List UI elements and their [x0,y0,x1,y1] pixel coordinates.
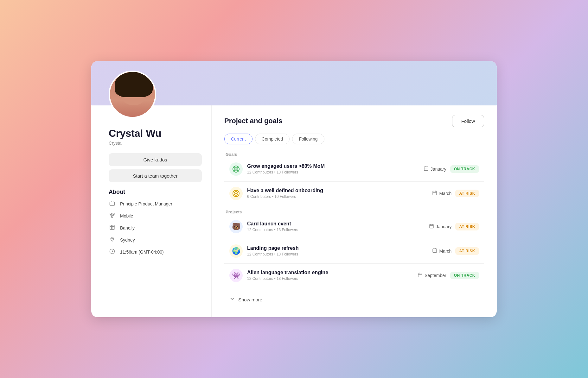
about-item-org: Mobile [109,212,202,219]
project-row-3[interactable]: 👾 Alien language translation engine 12 C… [224,264,484,287]
chevron-down-icon [229,296,235,303]
project-2-meta: 12 Contributors • 13 Followers [247,252,432,256]
svg-rect-29 [430,224,433,228]
briefcase-icon [109,200,116,207]
about-item-company: Banc.ly [109,224,202,231]
goal-1-date-label: January [431,167,446,172]
give-kudos-button[interactable]: Give kudos [109,153,202,166]
goal-2-right: March AT RISK [432,190,479,197]
section-header: Project and goals Follow [224,115,484,127]
clock-icon [109,249,116,255]
tab-current[interactable]: Current [224,134,252,144]
profile-card: Crystal Wu Crystal Give kudos Start a te… [91,61,497,317]
svg-rect-0 [110,202,115,205]
divider-2 [224,239,484,239]
section-title: Project and goals [224,117,282,125]
avatar [109,71,156,118]
follow-button[interactable]: Follow [452,115,484,127]
card-body: Crystal Wu Crystal Give kudos Start a te… [91,105,497,317]
goals-list: Grow engaged users >80% MoM 12 Contribut… [224,158,484,205]
org-icon [109,212,116,219]
goal-1-status: ON TRACK [450,165,479,173]
project-1-date-label: January [436,224,452,229]
user-handle: Crystal [109,141,202,146]
project-3-meta: 12 Contributors • 13 Followers [247,276,418,281]
project-3-info: Alien language translation engine 12 Con… [247,270,418,281]
goal-2-icon [229,187,243,200]
project-1-name: Card launch event [247,221,429,227]
goal-1-date: January [424,166,446,172]
goals-label: Goals [224,152,484,157]
divider [224,181,484,182]
svg-rect-37 [418,273,422,277]
projects-label: Projects [224,210,484,214]
goal-row-1[interactable]: Grow engaged users >80% MoM 12 Contribut… [224,158,484,180]
local-time: 11:56am (GMT-04:00) [120,249,164,255]
project-1-info: Card launch event 12 Contributors • 13 F… [247,221,429,232]
svg-point-24 [235,193,237,194]
show-more-button[interactable]: Show more [224,292,484,308]
job-title: Principle Product Manager [120,201,172,206]
goal-1-right: January ON TRACK [424,165,479,173]
project-1-date: January [429,224,452,230]
goal-2-date: March [432,190,451,197]
project-3-status: ON TRACK [450,272,479,279]
show-more-label: Show more [238,297,262,302]
svg-point-13 [112,238,112,239]
goal-1-icon [229,162,243,176]
calendar-icon-4 [432,248,437,254]
about-section: About Principle Product Manager [109,189,202,255]
start-team-button[interactable]: Start a team together [109,169,202,182]
calendar-icon-5 [418,272,423,279]
calendar-icon-2 [432,190,437,197]
project-2-name: Landing page refresh [247,245,432,251]
goal-1-meta: 12 Contributors • 13 Followers [247,170,424,174]
calendar-icon [424,166,429,172]
goal-1-name: Grow engaged users >80% MoM [247,163,424,169]
profile-banner [91,61,497,105]
about-item-job: Principle Product Manager [109,200,202,207]
project-3-date-label: September [425,273,446,278]
goal-2-status: AT RISK [455,190,479,197]
project-3-icon: 👾 [229,269,243,282]
goal-row-2[interactable]: Have a well defined onboarding 6 Contrib… [224,182,484,205]
sidebar: Crystal Wu Crystal Give kudos Start a te… [91,105,212,317]
tab-completed[interactable]: Completed [255,134,290,144]
divider-3 [224,263,484,264]
project-2-status: AT RISK [455,247,479,255]
goal-2-meta: 6 Contributors • 10 Followers [247,194,432,199]
project-3-date: September [418,272,446,279]
goal-2-date-label: March [439,191,451,196]
svg-point-17 [235,168,237,170]
svg-rect-8 [110,225,114,230]
project-1-meta: 12 Contributors • 13 Followers [247,228,429,232]
project-3-name: Alien language translation engine [247,270,418,275]
location: Sydney [120,237,135,243]
project-1-icon: 🐻 [229,220,243,233]
calendar-icon-3 [429,224,434,230]
goal-2-name: Have a well defined onboarding [247,188,432,193]
main-content: Project and goals Follow Current Complet… [212,105,497,317]
project-row-1[interactable]: 🐻 Card launch event 12 Contributors • 13… [224,216,484,238]
project-1-right: January AT RISK [429,223,479,230]
projects-list: 🐻 Card launch event 12 Contributors • 13… [224,216,484,287]
building-icon [109,224,116,231]
project-1-status: AT RISK [455,223,479,230]
project-row-2[interactable]: 🌍 Landing page refresh 12 Contributors •… [224,240,484,262]
tabs-container: Current Completed Following [224,134,484,144]
about-title: About [109,189,202,195]
project-2-date: March [432,248,451,254]
user-name: Crystal Wu [109,128,202,139]
about-item-time: 11:56am (GMT-04:00) [109,249,202,255]
svg-rect-18 [424,167,428,170]
project-3-right: September ON TRACK [418,272,479,279]
svg-rect-25 [433,191,437,195]
pin-icon [109,236,116,243]
company: Banc.ly [120,225,135,230]
project-2-date-label: March [439,249,451,254]
project-2-info: Landing page refresh 12 Contributors • 1… [247,245,432,256]
svg-rect-33 [433,249,437,252]
goal-2-info: Have a well defined onboarding 6 Contrib… [247,188,432,199]
tab-following[interactable]: Following [292,134,324,144]
project-2-icon: 🌍 [229,244,243,258]
